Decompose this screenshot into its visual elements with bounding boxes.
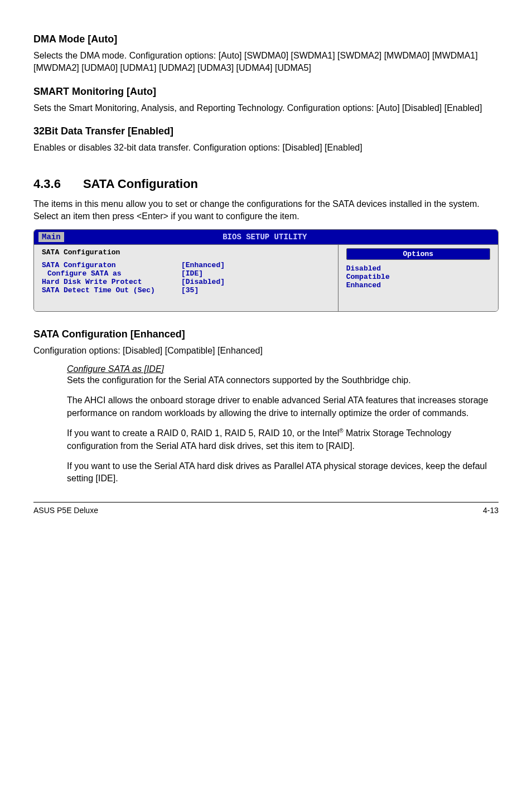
options-list: Disabled Compatible Enhanced: [346, 264, 490, 289]
bios-left-panel: SATA Configuration SATA Configuraton [En…: [34, 245, 338, 311]
configure-sata-p2: The AHCI allows the onboard storage driv…: [67, 394, 499, 419]
bios-row-label: Hard Disk Write Protect: [42, 278, 181, 286]
footer-right: 4-13: [483, 506, 499, 515]
dma-mode-text: Selects the DMA mode. Configuration opti…: [33, 50, 499, 75]
indented-block: Configure SATA as [IDE] Sets the configu…: [67, 364, 499, 485]
configure-sata-p1: Sets the configuration for the Serial AT…: [67, 374, 499, 386]
bios-row-label: Configure SATA as: [42, 269, 181, 278]
bios-row: Hard Disk Write Protect [Disabled]: [42, 278, 330, 286]
bios-screenshot: Main BIOS SETUP UTILITY SATA Configurati…: [33, 229, 499, 312]
page-footer: ASUS P5E Deluxe 4-13: [33, 502, 499, 515]
configure-sata-p3: If you want to create a RAID 0, RAID 1, …: [67, 427, 499, 452]
option-item: Compatible: [346, 273, 490, 281]
section-title: SATA Configuration: [83, 177, 198, 191]
bios-title: BIOS SETUP UTILITY: [36, 233, 494, 241]
option-item: Enhanced: [346, 281, 490, 289]
bios-row: SATA Detect Time Out (Sec) [35]: [42, 286, 330, 294]
bios-row-label: SATA Configuraton: [42, 261, 181, 269]
sata-configuration-heading: SATA Configuration [Enhanced]: [33, 328, 499, 340]
configure-sata-subheading: Configure SATA as [IDE]: [67, 364, 499, 374]
section-intro: The items in this menu allow you to set …: [33, 198, 499, 223]
smart-monitoring-heading: SMART Monitoring [Auto]: [33, 86, 499, 98]
bios-left-title: SATA Configuration: [42, 248, 330, 257]
bios-titlebar: Main BIOS SETUP UTILITY: [34, 230, 498, 244]
p3-pre: If you want to create a RAID 0, RAID 1, …: [67, 428, 339, 438]
32bit-heading: 32Bit Data Transfer [Enabled]: [33, 125, 499, 137]
bios-body: SATA Configuration SATA Configuraton [En…: [34, 244, 498, 311]
registered-mark: ®: [339, 428, 343, 434]
option-item: Disabled: [346, 264, 490, 273]
bios-row: Configure SATA as [IDE]: [42, 269, 330, 278]
section-436-heading: 4.3.6SATA Configuration: [33, 177, 499, 191]
dma-mode-heading: DMA Mode [Auto]: [33, 33, 499, 45]
bios-row-value: [Disabled]: [181, 278, 225, 286]
bios-right-panel: Options Disabled Compatible Enhanced: [338, 245, 498, 311]
bios-row: SATA Configuraton [Enhanced]: [42, 261, 330, 269]
bios-row-label: SATA Detect Time Out (Sec): [42, 286, 181, 294]
smart-monitoring-text: Sets the Smart Monitoring, Analysis, and…: [33, 102, 499, 114]
configure-sata-p4: If you want to use the Serial ATA hard d…: [67, 460, 499, 485]
footer-left: ASUS P5E Deluxe: [33, 506, 98, 515]
bios-row-value: [IDE]: [181, 269, 203, 278]
bios-row-value: [Enhanced]: [181, 261, 225, 269]
bios-row-value: [35]: [181, 286, 199, 294]
sata-configuration-text: Configuration options: [Disabled] [Compa…: [33, 345, 499, 357]
32bit-text: Enables or disables 32-bit data transfer…: [33, 142, 499, 154]
section-number: 4.3.6: [33, 177, 61, 191]
options-header: Options: [346, 248, 490, 260]
